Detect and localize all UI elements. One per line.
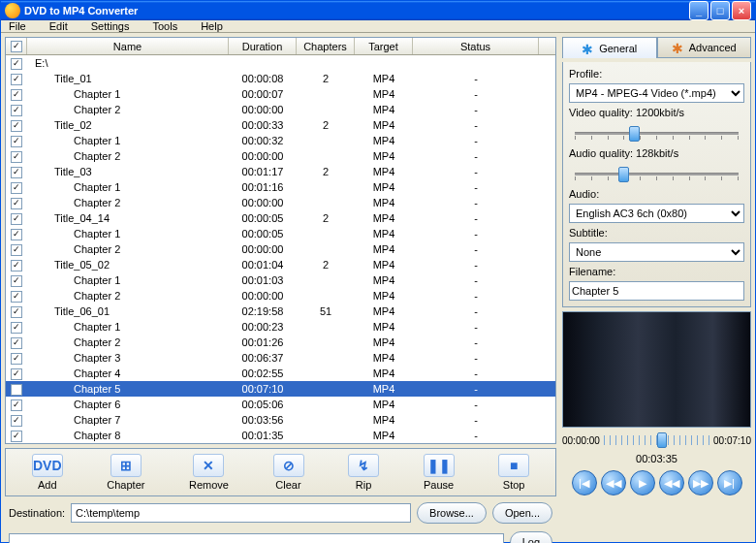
row-checkbox[interactable]: ✓	[11, 306, 22, 318]
table-row[interactable]: ✓E:\	[6, 55, 555, 71]
table-row[interactable]: ✓Chapter 500:07:10MP4-	[6, 381, 555, 397]
row-checkbox[interactable]: ✓	[11, 415, 22, 427]
tab-general[interactable]: General	[562, 37, 657, 58]
row-checkbox[interactable]: ✓	[11, 368, 22, 380]
table-row[interactable]: ✓Chapter 200:00:00MP4-	[6, 148, 555, 164]
close-button[interactable]: ×	[732, 1, 751, 20]
chapter-button[interactable]: ⊞Chapter	[99, 452, 152, 493]
seek-track[interactable]	[604, 435, 709, 445]
add-button[interactable]: DVDAdd	[24, 452, 71, 493]
clear-button[interactable]: ⊘Clear	[266, 452, 312, 493]
table-row[interactable]: ✓Chapter 600:05:06MP4-	[6, 397, 555, 412]
table-row[interactable]: ✓Title_04_1400:00:052MP4-	[6, 210, 555, 226]
row-checkbox[interactable]: ✓	[11, 399, 22, 411]
video-preview[interactable]	[562, 311, 751, 428]
profile-select[interactable]: MP4 - MPEG-4 Video (*.mp4)	[569, 83, 744, 103]
add-icon: DVD	[32, 454, 63, 477]
table-row[interactable]: ✓Chapter 200:00:00MP4-	[6, 195, 555, 210]
row-checkbox[interactable]: ✓	[11, 431, 22, 442]
browse-button[interactable]: Browse...	[417, 502, 487, 524]
row-name: Chapter 4	[27, 367, 229, 379]
row-checkbox[interactable]: ✓	[11, 353, 22, 365]
table-row[interactable]: ✓Chapter 300:06:37MP4-	[6, 350, 555, 366]
remove-button[interactable]: ✕Remove	[181, 452, 236, 493]
row-checkbox[interactable]: ✓	[11, 74, 22, 85]
menu-help[interactable]: Help	[201, 20, 223, 32]
tab-advanced[interactable]: Advanced	[657, 37, 752, 58]
open-button[interactable]: Open...	[492, 502, 552, 524]
row-checkbox[interactable]: ✓	[11, 322, 22, 334]
audio-select[interactable]: English AC3 6ch (0x80)	[569, 204, 744, 223]
table-row[interactable]: ✓Chapter 100:00:32MP4-	[6, 133, 555, 148]
row-checkbox[interactable]: ✓	[11, 58, 22, 70]
menu-settings[interactable]: Settings	[91, 20, 130, 32]
row-checkbox[interactable]: ✓	[11, 136, 22, 147]
row-checkbox[interactable]: ✓	[11, 260, 22, 272]
row-checkbox[interactable]: ✓	[11, 167, 22, 178]
fast-forward-button[interactable]: ▶▶	[688, 470, 713, 495]
table-row[interactable]: ✓Chapter 200:00:00MP4-	[6, 102, 555, 117]
audio-quality-slider[interactable]	[569, 163, 744, 184]
rip-button[interactable]: ↯Rip	[340, 452, 387, 493]
filename-input[interactable]	[569, 281, 744, 301]
table-row[interactable]: ✓Title_06_0102:19:5851MP4-	[6, 303, 555, 319]
video-quality-slider[interactable]	[569, 122, 744, 144]
skip-back-button[interactable]: |◀	[572, 470, 597, 495]
header-chapters[interactable]: Chapters	[297, 38, 355, 54]
stop-button[interactable]: ■Stop	[490, 452, 537, 493]
row-checkbox[interactable]: ✓	[11, 182, 22, 194]
row-checkbox[interactable]: ✓	[11, 291, 22, 303]
header-duration[interactable]: Duration	[229, 38, 297, 54]
menu-edit[interactable]: Edit	[49, 20, 68, 32]
row-checkbox[interactable]: ✓	[11, 275, 22, 287]
row-target: MP4	[355, 243, 413, 255]
table-row[interactable]: ✓Chapter 100:00:05MP4-	[6, 226, 555, 241]
table-row[interactable]: ✓Title_05_0200:01:042MP4-	[6, 257, 555, 272]
skip-forward-button[interactable]: ▶|	[717, 470, 742, 495]
log-button[interactable]: Log	[510, 531, 552, 543]
menu-tools[interactable]: Tools	[152, 20, 177, 32]
header-name[interactable]: Name	[27, 38, 229, 54]
playback-controls: |◀ ◀◀ ▶ ◀◀ ▶▶ ▶|	[562, 468, 751, 497]
table-row[interactable]: ✓Chapter 400:02:55MP4-	[6, 366, 555, 381]
header-checkbox[interactable]: ✓	[6, 38, 27, 54]
table-row[interactable]: ✓Chapter 200:01:26MP4-	[6, 335, 555, 350]
play-button[interactable]: ▶	[630, 470, 655, 495]
row-checkbox[interactable]: ✓	[11, 198, 22, 209]
header-status[interactable]: Status	[413, 38, 539, 54]
pause-button[interactable]: ❚❚Pause	[416, 452, 462, 493]
grid-body[interactable]: ✓E:\✓Title_0100:00:082MP4-✓Chapter 100:0…	[6, 55, 555, 443]
menu-file[interactable]: File	[9, 20, 26, 32]
table-row[interactable]: ✓Chapter 100:01:16MP4-	[6, 179, 555, 195]
row-checkbox[interactable]: ✓	[11, 384, 22, 396]
row-checkbox[interactable]: ✓	[11, 244, 22, 256]
table-row[interactable]: ✓Chapter 800:01:35MP4-	[6, 428, 555, 443]
table-row[interactable]: ✓Chapter 700:03:56MP4-	[6, 412, 555, 428]
destination-input[interactable]	[71, 503, 411, 523]
maximize-button[interactable]: □	[710, 1, 730, 20]
row-checkbox[interactable]: ✓	[11, 337, 22, 349]
row-checkbox[interactable]: ✓	[11, 229, 22, 240]
table-row[interactable]: ✓Chapter 100:00:07MP4-	[6, 86, 555, 102]
row-target: MP4	[355, 181, 413, 193]
table-row[interactable]: ✓Chapter 200:00:00MP4-	[6, 241, 555, 257]
row-checkbox[interactable]: ✓	[11, 89, 22, 101]
minimize-button[interactable]: _	[689, 1, 709, 20]
table-row[interactable]: ✓Title_0200:00:332MP4-	[6, 117, 555, 133]
table-row[interactable]: ✓Chapter 100:00:23MP4-	[6, 319, 555, 335]
row-checkbox[interactable]: ✓	[11, 105, 22, 116]
row-checkbox[interactable]: ✓	[11, 213, 22, 225]
row-target: MP4	[355, 166, 413, 177]
seek-thumb[interactable]	[657, 432, 667, 448]
header-target[interactable]: Target	[355, 38, 413, 54]
rewind-button[interactable]: ◀◀	[659, 470, 684, 495]
row-checkbox[interactable]: ✓	[11, 151, 22, 163]
table-row[interactable]: ✓Chapter 100:01:03MP4-	[6, 272, 555, 288]
table-row[interactable]: ✓Chapter 200:00:00MP4-	[6, 288, 555, 303]
action-toolbar: DVDAdd⊞Chapter✕Remove⊘Clear↯Rip❚❚Pause■S…	[5, 448, 556, 496]
prev-button[interactable]: ◀◀	[601, 470, 626, 495]
table-row[interactable]: ✓Title_0300:01:172MP4-	[6, 164, 555, 179]
subtitle-select[interactable]: None	[569, 242, 744, 262]
table-row[interactable]: ✓Title_0100:00:082MP4-	[6, 71, 555, 86]
row-checkbox[interactable]: ✓	[11, 120, 22, 132]
